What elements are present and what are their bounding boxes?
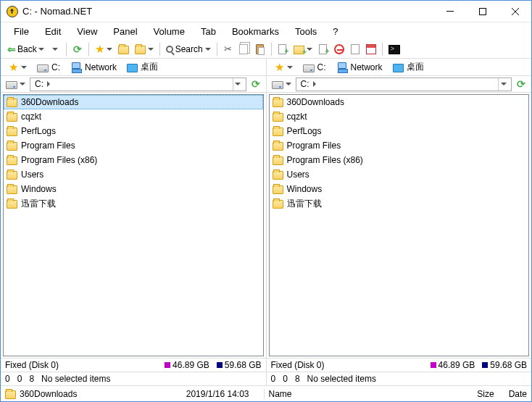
drive-bar: ★ C: Network 桌面 ★ C: Network 桌面 bbox=[1, 59, 531, 76]
separator bbox=[271, 43, 272, 56]
menu-tools[interactable]: Tools bbox=[288, 25, 324, 38]
left-path-dropdown[interactable] bbox=[233, 78, 243, 91]
left-path-box[interactable]: C: bbox=[30, 78, 246, 91]
right-path-refresh[interactable]: ⟳ bbox=[514, 76, 528, 92]
new-file-icon bbox=[278, 44, 286, 54]
network-right[interactable]: Network bbox=[333, 62, 386, 73]
sel-count-a: 0 bbox=[5, 374, 10, 384]
minimize-button[interactable] bbox=[433, 1, 466, 22]
calendar-icon bbox=[366, 44, 376, 54]
refresh-button[interactable]: ⟳ bbox=[70, 41, 85, 57]
menu-volume[interactable]: Volume bbox=[146, 25, 192, 38]
file-row[interactable]: Program Files bbox=[270, 138, 529, 153]
menu-view[interactable]: View bbox=[70, 25, 104, 38]
bottom-bar: 360Downloads 2019/1/16 14:03 Name Size D… bbox=[1, 385, 531, 401]
file-row[interactable]: Users bbox=[270, 167, 529, 182]
desktop-right[interactable]: 桌面 bbox=[389, 60, 428, 74]
menu-file[interactable]: File bbox=[7, 25, 36, 38]
star-icon: ★ bbox=[9, 62, 18, 73]
file-row[interactable]: PerfLogs bbox=[4, 124, 263, 138]
chevron-down-icon bbox=[235, 83, 241, 85]
favorites-right[interactable]: ★ bbox=[271, 61, 296, 74]
cut-button[interactable]: ✂ bbox=[221, 41, 236, 57]
link-button[interactable] bbox=[316, 41, 331, 57]
search-button[interactable]: Search bbox=[164, 41, 213, 57]
col-size[interactable]: Size bbox=[477, 389, 494, 399]
separator bbox=[88, 43, 89, 56]
total-space-indicator bbox=[217, 362, 223, 368]
file-row[interactable]: Users bbox=[4, 167, 263, 182]
free-space: 46.89 GB bbox=[439, 360, 475, 370]
file-name: 迅雷下载 bbox=[21, 198, 56, 210]
drive-c-left[interactable]: C: bbox=[33, 62, 64, 73]
col-name[interactable]: Name bbox=[269, 389, 292, 399]
file-row[interactable]: 迅雷下载 bbox=[4, 196, 263, 211]
date-button[interactable] bbox=[364, 41, 378, 57]
app-icon bbox=[7, 6, 18, 17]
favorites-button[interactable]: ★ bbox=[93, 41, 115, 57]
menu-panel[interactable]: Panel bbox=[106, 25, 144, 38]
file-row[interactable]: Windows bbox=[270, 182, 529, 196]
total-space: 59.68 GB bbox=[225, 360, 262, 370]
maximize-button[interactable] bbox=[466, 1, 499, 22]
sel-text: No selected items bbox=[41, 374, 110, 384]
drive-c-right[interactable]: C: bbox=[299, 62, 330, 73]
left-file-list[interactable]: 360DownloadscqzktPerfLogsProgram FilesPr… bbox=[3, 94, 264, 356]
file-row[interactable]: 迅雷下载 bbox=[270, 196, 529, 211]
file-row[interactable]: Windows bbox=[4, 182, 263, 196]
menu-edit[interactable]: Edit bbox=[38, 25, 68, 38]
star-icon: ★ bbox=[275, 62, 284, 73]
terminal-button[interactable] bbox=[386, 41, 402, 57]
close-button[interactable] bbox=[499, 1, 531, 22]
file-row[interactable]: Program Files (x86) bbox=[270, 153, 529, 167]
svg-rect-0 bbox=[446, 11, 454, 12]
favorites-left[interactable]: ★ bbox=[5, 61, 30, 74]
chevron-down-icon bbox=[148, 48, 154, 51]
file-row[interactable]: 360Downloads bbox=[270, 95, 529, 109]
properties-button[interactable] bbox=[348, 41, 362, 57]
file-name: Users bbox=[287, 169, 309, 180]
chevron-down-icon bbox=[501, 83, 507, 85]
total-space: 59.68 GB bbox=[490, 360, 527, 370]
menu-tab[interactable]: Tab bbox=[194, 25, 223, 38]
right-path-dropdown[interactable] bbox=[498, 78, 508, 91]
menu-bookmarks[interactable]: Bookmarks bbox=[225, 25, 286, 38]
folder-open-button[interactable] bbox=[116, 41, 131, 57]
file-row[interactable]: cqzkt bbox=[270, 109, 529, 124]
desktop-left[interactable]: 桌面 bbox=[123, 60, 162, 74]
left-path-refresh[interactable]: ⟳ bbox=[249, 76, 263, 92]
folder-star-button[interactable] bbox=[133, 41, 156, 57]
right-panel: 360DownloadscqzktPerfLogsProgram FilesPr… bbox=[266, 93, 532, 358]
folder-icon bbox=[118, 46, 129, 54]
col-date[interactable]: Date bbox=[509, 389, 527, 399]
drive-icon bbox=[6, 81, 17, 89]
clipboard-icon bbox=[256, 44, 264, 54]
left-path-menu[interactable] bbox=[4, 76, 28, 92]
new-file-button[interactable] bbox=[275, 41, 290, 57]
chevron-down-icon bbox=[38, 48, 44, 51]
path-segment-c[interactable]: C: bbox=[33, 79, 45, 89]
new-folder-button[interactable] bbox=[291, 41, 315, 57]
disk-label: Fixed (Disk 0) bbox=[5, 360, 59, 370]
right-path-box[interactable]: C: bbox=[296, 78, 512, 91]
forward-button[interactable] bbox=[48, 41, 62, 57]
delete-button[interactable] bbox=[332, 41, 346, 57]
back-button[interactable]: ⇐ Back bbox=[5, 41, 46, 57]
chevron-down-icon bbox=[107, 48, 112, 51]
network-left[interactable]: Network bbox=[67, 62, 120, 73]
folder-icon bbox=[7, 142, 17, 151]
file-row[interactable]: Program Files (x86) bbox=[4, 153, 263, 167]
separator bbox=[159, 43, 160, 56]
file-name: Windows bbox=[287, 184, 323, 194]
copy-button[interactable] bbox=[237, 41, 252, 57]
menu-help[interactable]: ? bbox=[325, 25, 345, 38]
file-row[interactable]: PerfLogs bbox=[270, 124, 529, 138]
right-path-menu[interactable] bbox=[270, 76, 294, 92]
file-row[interactable]: Program Files bbox=[4, 138, 263, 153]
path-segment-c[interactable]: C: bbox=[299, 79, 311, 89]
paste-button[interactable] bbox=[253, 41, 267, 57]
file-row[interactable]: 360Downloads bbox=[4, 95, 263, 109]
right-file-list[interactable]: 360DownloadscqzktPerfLogsProgram FilesPr… bbox=[269, 94, 530, 356]
file-row[interactable]: cqzkt bbox=[4, 109, 263, 124]
drive-c-label: C: bbox=[51, 62, 60, 72]
